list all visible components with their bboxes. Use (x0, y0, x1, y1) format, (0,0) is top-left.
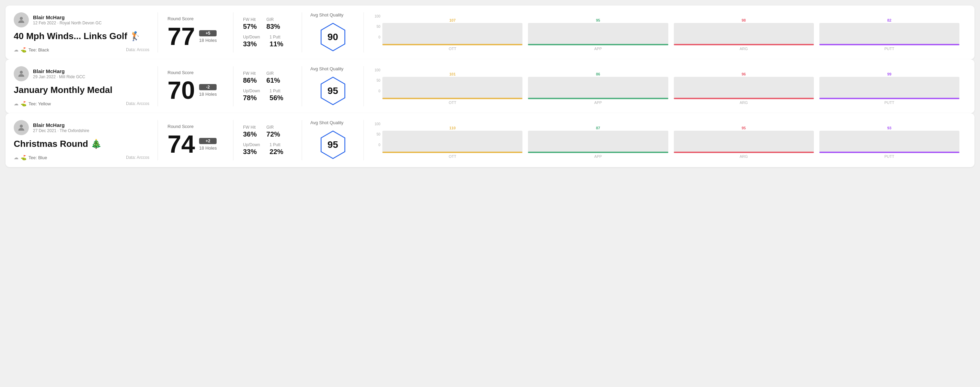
svg-point-4 (20, 125, 23, 128)
tee-info-2: ☁ ⛳ Tee: Yellow (14, 101, 51, 106)
bar-marker-app (528, 152, 668, 153)
bar-marker-ott (382, 98, 522, 99)
stat-gir-label-1: GIR (266, 17, 280, 22)
stat-oneputt-1: 1 Putt 11% (269, 35, 283, 48)
stat-fw-hit-value-1: 57% (243, 23, 257, 30)
x-label-arg: ARG (674, 47, 814, 51)
x-labels-2: OTT APP ARG PUTT (372, 100, 959, 105)
stat-updown-value-1: 33% (243, 40, 260, 48)
stat-oneputt-value-3: 22% (269, 148, 283, 156)
y-axis-2: 100 50 0 (372, 68, 382, 93)
bar-visual-arg (674, 77, 814, 99)
hexagon-score-3: 95 (328, 139, 338, 150)
chart-column-putt: 99 (819, 72, 959, 99)
chart-column-putt: 82 (819, 18, 959, 45)
chart-value-ott: 107 (449, 18, 455, 22)
user-header-1: Blair McHarg 12 Feb 2022 · Royal North D… (14, 12, 149, 27)
hexagon-container-1: 90 (318, 22, 348, 52)
stats-row-top-3: FW Hit 36% GIR 72% (243, 125, 292, 138)
user-date-course-2: 29 Jan 2022 · Mill Ride GCC (33, 75, 85, 79)
x-label-ott: OTT (382, 47, 522, 51)
score-details-3: +2 18 Holes (199, 138, 216, 151)
card-chart-1: 100 50 0 107 95 98 (364, 12, 966, 52)
stat-updown-1: Up/Down 33% (243, 35, 260, 48)
round-title-3: Christmas Round 🎄 (14, 139, 149, 149)
svg-point-0 (20, 17, 23, 20)
y-label-50-1: 50 (377, 25, 380, 29)
weather-icon-1: ☁ (14, 47, 19, 52)
holes-label-2: 18 Holes (199, 92, 216, 97)
bar-marker-app (528, 98, 668, 99)
y-label-50-3: 50 (377, 132, 380, 136)
stats-row-bottom-2: Up/Down 78% 1 Putt 56% (243, 89, 292, 102)
chart-value-putt: 99 (887, 72, 891, 76)
score-row-1: 77 +5 18 Holes (167, 24, 223, 49)
user-info-1: Blair McHarg 12 Feb 2022 · Royal North D… (33, 14, 102, 25)
bar-marker-ott (382, 44, 522, 45)
chart-column-arg: 95 (674, 126, 814, 153)
chart-column-ott: 110 (382, 126, 522, 153)
chart-column-ott: 107 (382, 18, 522, 45)
bar-visual-ott (382, 131, 522, 153)
data-source-3: Data: Arccos (126, 155, 149, 160)
score-badge-3: +2 (199, 138, 216, 144)
weather-icon-2: ☁ (14, 101, 19, 106)
chart-outer-2: 100 50 0 101 86 96 (372, 68, 959, 105)
y-label-0-1: 0 (378, 35, 380, 39)
x-label-ott: OTT (382, 154, 522, 159)
score-number-1: 77 (167, 24, 195, 49)
user-header-3: Blair McHarg 27 Dec 2021 · The Oxfordshi… (14, 120, 149, 135)
hexagon-3: 95 (318, 129, 348, 160)
bars-row-2: 101 86 96 99 (382, 68, 959, 99)
stat-updown-3: Up/Down 33% (243, 143, 260, 156)
stat-fw-hit-2: FW Hit 86% (243, 71, 257, 84)
chart-value-app: 86 (596, 72, 600, 76)
y-axis-3: 100 50 0 (372, 122, 382, 147)
stat-fw-hit-label-3: FW Hit (243, 125, 257, 130)
hexagon-container-2: 95 (318, 76, 348, 106)
chart-value-ott: 110 (449, 126, 455, 130)
bar-visual-app (528, 23, 668, 45)
card-chart-3: 100 50 0 110 87 95 (364, 120, 966, 160)
holes-label-3: 18 Holes (199, 146, 216, 151)
stat-oneputt-value-1: 11% (269, 40, 283, 48)
stats-row-bottom-3: Up/Down 33% 1 Putt 22% (243, 143, 292, 156)
stats-row-top-1: FW Hit 57% GIR 83% (243, 17, 292, 30)
tee-info-3: ☁ ⛳ Tee: Blue (14, 155, 47, 160)
stat-oneputt-label-3: 1 Putt (269, 143, 283, 147)
stat-gir-value-2: 61% (266, 76, 280, 84)
chart-column-arg: 98 (674, 18, 814, 45)
stat-updown-value-2: 78% (243, 94, 260, 102)
bag-icon-3: ⛳ (21, 155, 26, 160)
card-left-2: Blair McHarg 29 Jan 2022 · Mill Ride GCC… (14, 66, 158, 106)
score-badge-1: +5 (199, 30, 216, 36)
round-card-1: Blair McHarg 12 Feb 2022 · Royal North D… (5, 5, 975, 59)
quality-label-2: Avg Shot Quality (310, 66, 344, 71)
score-number-3: 74 (167, 132, 195, 157)
bar-marker-putt (819, 44, 959, 45)
bar-visual-putt (819, 23, 959, 45)
chart-value-app: 95 (596, 18, 600, 22)
x-label-putt: PUTT (819, 100, 959, 105)
card-footer-1: ☁ ⛳ Tee: Black Data: Arccos (14, 47, 149, 52)
avatar-1 (14, 12, 29, 27)
x-label-putt: PUTT (819, 154, 959, 159)
bar-visual-arg (674, 23, 814, 45)
hexagon-score-1: 90 (328, 32, 338, 43)
chart-column-app: 95 (528, 18, 668, 45)
card-middle-2: Round Score 70 -2 18 Holes (158, 66, 234, 106)
tee-info-1: ☁ ⛳ Tee: Black (14, 47, 49, 52)
user-date-course-1: 12 Feb 2022 · Royal North Devon GC (33, 21, 102, 25)
stat-fw-hit-label-2: FW Hit (243, 71, 257, 76)
chart-value-arg: 98 (742, 18, 746, 22)
stat-gir-value-1: 83% (266, 23, 280, 30)
bar-visual-app (528, 131, 668, 153)
card-left-1: Blair McHarg 12 Feb 2022 · Royal North D… (14, 12, 158, 52)
data-source-1: Data: Arccos (126, 48, 149, 52)
quality-label-3: Avg Shot Quality (310, 120, 344, 125)
card-footer-2: ☁ ⛳ Tee: Yellow Data: Arccos (14, 101, 149, 106)
stat-gir-label-3: GIR (266, 125, 280, 130)
tee-label-2: Tee: Yellow (29, 101, 51, 106)
card-chart-2: 100 50 0 101 86 96 (364, 66, 966, 106)
y-label-100-1: 100 (374, 14, 380, 18)
